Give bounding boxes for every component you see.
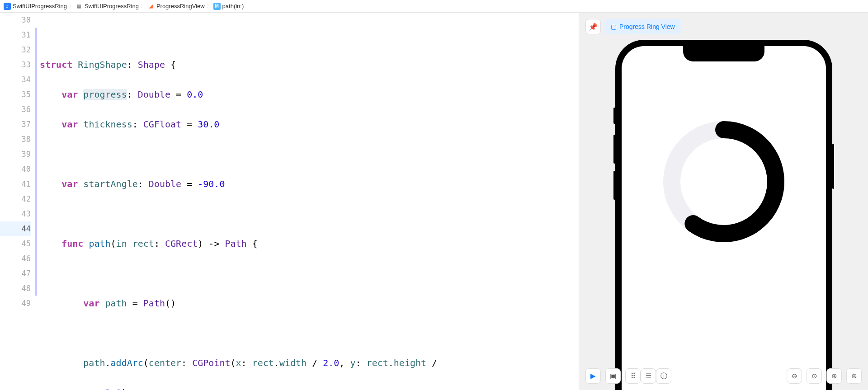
- preview-canvas: 📌 ▢ Progress Ring View: [579, 13, 868, 390]
- zoom-in-icon: ⊕: [851, 372, 857, 380]
- breadcrumb-item-symbol[interactable]: M path(in:): [213, 3, 244, 10]
- method-icon: M: [213, 3, 221, 10]
- selectable-icon: ▣: [610, 372, 616, 380]
- app-icon: ⌂: [4, 3, 11, 10]
- progress-ring: [656, 114, 792, 249]
- line-gutter: 30 31 32 33 34 35 36 37 38 39 40 41 42 4…: [0, 13, 36, 390]
- zoom-in-button[interactable]: ⊕: [846, 368, 862, 384]
- accessibility-icon: ⓘ: [660, 372, 667, 381]
- zoom-fit-button[interactable]: ⊙: [807, 368, 822, 384]
- zoom-out-icon: ⊖: [792, 372, 797, 380]
- chevron-right-icon: 〉: [69, 3, 74, 9]
- swift-icon: ◢: [147, 3, 155, 10]
- preview-header: 📌 ▢ Progress Ring View: [585, 19, 681, 34]
- chevron-right-icon: 〉: [207, 3, 212, 9]
- settings-icon: ☰: [646, 372, 651, 380]
- volume-button: [613, 171, 615, 200]
- breadcrumb-label: SwiftUIProgressRing: [85, 3, 139, 9]
- variants-button[interactable]: ⠿: [625, 368, 641, 384]
- main-area: 30 31 32 33 34 35 36 37 38 39 40 41 42 4…: [0, 13, 868, 390]
- preview-app-icon: ▢: [611, 23, 617, 30]
- breadcrumb-item-folder[interactable]: ▤ SwiftUIProgressRing: [75, 3, 139, 10]
- volume-button: [613, 108, 615, 124]
- pin-button[interactable]: 📌: [585, 19, 601, 34]
- iphone-device: [615, 40, 832, 390]
- preview-title: Progress Ring View: [619, 23, 675, 30]
- code-editor[interactable]: 30 31 32 33 34 35 36 37 38 39 40 41 42 4…: [0, 13, 579, 390]
- folder-icon: ▤: [75, 3, 83, 10]
- zoom-actual-icon: ⊕: [831, 372, 837, 380]
- device-settings-button[interactable]: ☰: [641, 368, 656, 384]
- pin-icon: 📌: [589, 23, 598, 31]
- chevron-right-icon: 〉: [141, 3, 146, 9]
- breadcrumb-label: SwiftUIProgressRing: [13, 3, 67, 9]
- code-content[interactable]: struct RingShape: Shape { var progress: …: [36, 13, 579, 390]
- preview-toolbar: ▶ ▣ ⠿ ☰ ⓘ ⊖ ⊙ ⊕ ⊕: [585, 368, 862, 384]
- zoom-100-button[interactable]: ⊕: [826, 368, 842, 384]
- zoom-fit-icon: ⊙: [811, 372, 817, 380]
- breadcrumb: ⌂ SwiftUIProgressRing 〉 ▤ SwiftUIProgres…: [0, 0, 868, 13]
- grid-icon: ⠿: [631, 372, 636, 380]
- play-icon: ▶: [590, 372, 596, 380]
- breadcrumb-label: ProgressRingView: [156, 3, 205, 9]
- volume-button: [613, 135, 615, 164]
- live-preview-button[interactable]: ▶: [585, 368, 601, 384]
- power-button: [832, 144, 834, 189]
- breadcrumb-label: path(in:): [222, 3, 244, 9]
- breadcrumb-item-project[interactable]: ⌂ SwiftUIProgressRing: [4, 3, 67, 10]
- device-screen[interactable]: [622, 46, 826, 390]
- breadcrumb-item-file[interactable]: ◢ ProgressRingView: [147, 3, 205, 10]
- selectable-button[interactable]: ▣: [605, 368, 621, 384]
- zoom-out-button[interactable]: ⊖: [787, 368, 802, 384]
- preview-select-button[interactable]: ▢ Progress Ring View: [604, 19, 681, 34]
- device-wrapper: [579, 13, 868, 390]
- accessibility-button[interactable]: ⓘ: [656, 368, 671, 384]
- device-notch: [683, 46, 764, 61]
